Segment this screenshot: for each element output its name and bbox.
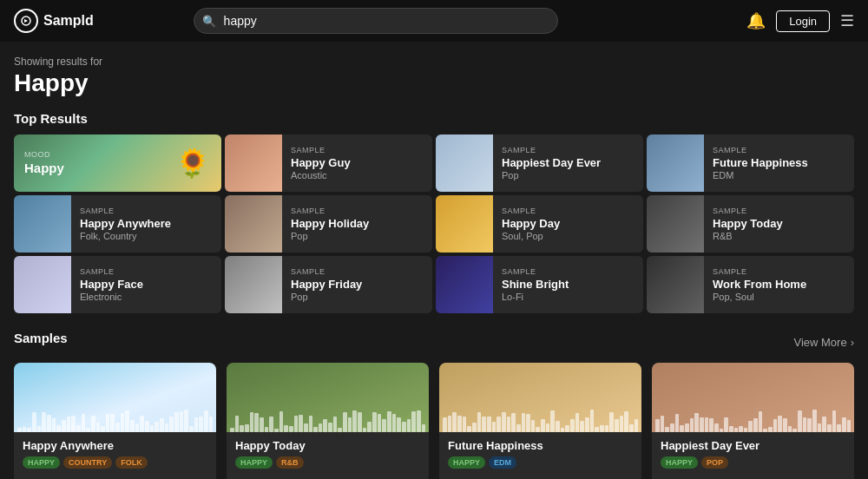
- bell-icon[interactable]: 🔔: [746, 11, 766, 30]
- card-subtitle: Pop: [291, 292, 424, 302]
- sample-tag: POP: [701, 456, 728, 469]
- main-content: Showing results for Happy Top Results MO…: [0, 42, 868, 479]
- result-card-happy-today[interactable]: SAMPLE Happy Today R&B: [647, 195, 854, 253]
- card-subtitle: R&B: [713, 231, 845, 241]
- result-card-happy-friday[interactable]: SAMPLE Happy Friday Pop: [225, 256, 432, 313]
- samples-header: Samples View More ›: [14, 331, 854, 354]
- card-title: Happiest Day Ever: [502, 156, 635, 169]
- card-thumb: [647, 135, 704, 192]
- top-results-title: Top Results: [14, 111, 854, 126]
- sample-tags: HAPPYR&B: [235, 456, 420, 469]
- sample-tag: HAPPY: [23, 456, 60, 469]
- sample-tag: COUNTRY: [63, 456, 112, 469]
- sample-footer: ⏱18.3s 🎵Am 122 ♥ 0 💬 0 ⋯: [235, 474, 420, 479]
- sample-card-sample-today[interactable]: Happy Today HAPPYR&B ⏱18.3s 🎵Am 122 ♥ 0 …: [227, 363, 429, 479]
- more-options-button[interactable]: ⋯: [187, 474, 207, 479]
- sample-info: Happy Anywhere HAPPYCOUNTRYFOLK ⏱23.1s 8…: [14, 432, 216, 479]
- card-title: Happy Face: [80, 278, 213, 291]
- search-icon: 🔍: [202, 15, 216, 28]
- logo[interactable]: Sampld: [14, 9, 94, 33]
- sample-thumb: [439, 363, 641, 432]
- search-bar: 🔍: [194, 8, 558, 34]
- menu-icon[interactable]: ☰: [840, 11, 854, 30]
- sample-footer: ⏱16.0s 🎵8m 135 ♥ 0 💬 0 ⋯: [448, 474, 633, 479]
- sample-thumb: [652, 363, 854, 432]
- card-thumb: [225, 256, 282, 313]
- card-title: Happy Anywhere: [80, 217, 213, 230]
- sample-title: Happy Today: [235, 439, 420, 452]
- chevron-right-icon: ›: [851, 336, 854, 349]
- top-results-grid: MOOD Happy 🌻 SAMPLE Happy Guy Acoustic S…: [14, 135, 854, 313]
- login-button[interactable]: Login: [776, 10, 830, 32]
- more-options-button[interactable]: ⋯: [399, 474, 420, 479]
- search-heading: Happy: [14, 69, 854, 97]
- card-thumb: [225, 195, 282, 253]
- card-type: SAMPLE: [713, 146, 845, 154]
- result-card-mood-happy[interactable]: MOOD Happy 🌻: [14, 135, 221, 192]
- view-more-button[interactable]: View More ›: [793, 336, 854, 349]
- sample-tag: HAPPY: [448, 456, 485, 469]
- card-type: SAMPLE: [291, 146, 424, 154]
- result-card-happy-anywhere[interactable]: SAMPLE Happy Anywhere Folk, Country: [14, 195, 221, 253]
- card-thumb: [225, 135, 282, 192]
- sample-thumb: [227, 363, 429, 432]
- samples-title: Samples: [14, 331, 68, 345]
- card-thumb: [14, 256, 71, 313]
- sample-footer: ⏱23.1s 83 ♥ 0 💬 0 ⋯: [23, 474, 207, 479]
- sample-tag: HAPPY: [661, 456, 698, 469]
- result-card-work-from-home[interactable]: SAMPLE Work From Home Pop, Soul: [647, 256, 854, 313]
- sample-info: Happy Today HAPPYR&B ⏱18.3s 🎵Am 122 ♥ 0 …: [227, 432, 429, 479]
- sample-tags: HAPPYPOP: [661, 456, 845, 469]
- more-options-button[interactable]: ⋯: [612, 474, 633, 479]
- card-subtitle: Pop: [502, 170, 635, 180]
- card-type: SAMPLE: [713, 207, 845, 215]
- sample-footer: ⏱9.0s 🎵G# 107 ♥ 3 💬 0 ⋯: [661, 474, 845, 479]
- sample-info: Happiest Day Ever HAPPYPOP ⏱9.0s 🎵G# 107…: [652, 432, 854, 479]
- sample-card-sample-happiest[interactable]: Happiest Day Ever HAPPYPOP ⏱9.0s 🎵G# 107…: [652, 363, 854, 479]
- sample-tag: R&B: [276, 456, 304, 469]
- showing-results-label: Showing results for: [14, 56, 854, 68]
- more-options-button[interactable]: ⋯: [825, 474, 845, 479]
- card-subtitle: Pop, Soul: [713, 292, 845, 302]
- card-title: Future Happiness: [713, 156, 845, 169]
- sample-tag: HAPPY: [235, 456, 273, 469]
- card-thumb: [436, 135, 493, 192]
- result-card-happy-day[interactable]: SAMPLE Happy Day Soul, Pop: [436, 195, 643, 253]
- sample-title: Happy Anywhere: [23, 439, 207, 452]
- card-title: Happy Guy: [291, 156, 424, 169]
- samples-grid: Happy Anywhere HAPPYCOUNTRYFOLK ⏱23.1s 8…: [14, 363, 854, 479]
- result-card-shine-bright[interactable]: SAMPLE Shine Bright Lo-Fi: [436, 256, 643, 313]
- sample-info: Future Happiness HAPPYEDM ⏱16.0s 🎵8m 135…: [439, 432, 641, 479]
- sample-title: Happiest Day Ever: [661, 439, 845, 452]
- card-title: Work From Home: [713, 278, 845, 291]
- result-card-happy-guy[interactable]: SAMPLE Happy Guy Acoustic: [225, 135, 432, 192]
- sample-card-sample-future[interactable]: Future Happiness HAPPYEDM ⏱16.0s 🎵8m 135…: [439, 363, 641, 479]
- card-type: SAMPLE: [502, 207, 635, 215]
- result-card-happy-holiday[interactable]: SAMPLE Happy Holiday Pop: [225, 195, 432, 253]
- header: Sampld 🔍 🔔 Login ☰: [0, 0, 868, 42]
- result-card-happy-face[interactable]: SAMPLE Happy Face Electronic: [14, 256, 221, 313]
- logo-text: Sampld: [43, 13, 94, 29]
- logo-icon: [14, 9, 38, 33]
- result-card-future-happiness[interactable]: SAMPLE Future Happiness EDM: [647, 135, 854, 192]
- sample-tags: HAPPYEDM: [448, 456, 633, 469]
- card-title: Shine Bright: [502, 278, 635, 291]
- waveform: [652, 406, 854, 432]
- sample-tags: HAPPYCOUNTRYFOLK: [23, 456, 207, 469]
- card-type: SAMPLE: [713, 267, 845, 276]
- card-subtitle: EDM: [713, 170, 845, 180]
- card-title: Happy Friday: [291, 278, 424, 291]
- sample-title: Future Happiness: [448, 439, 633, 452]
- search-input[interactable]: [194, 8, 558, 34]
- waveform: [227, 406, 429, 432]
- header-right: 🔔 Login ☰: [746, 10, 854, 32]
- card-title: Happy Holiday: [291, 217, 424, 230]
- waveform: [439, 406, 641, 432]
- card-type: SAMPLE: [80, 207, 213, 215]
- card-title: Happy Today: [713, 217, 845, 230]
- result-card-happiest-day[interactable]: SAMPLE Happiest Day Ever Pop: [436, 135, 643, 192]
- card-thumb: [14, 195, 71, 253]
- card-subtitle: Electronic: [80, 292, 213, 302]
- sample-card-sample-anywhere[interactable]: Happy Anywhere HAPPYCOUNTRYFOLK ⏱23.1s 8…: [14, 363, 216, 479]
- card-thumb: [436, 195, 493, 253]
